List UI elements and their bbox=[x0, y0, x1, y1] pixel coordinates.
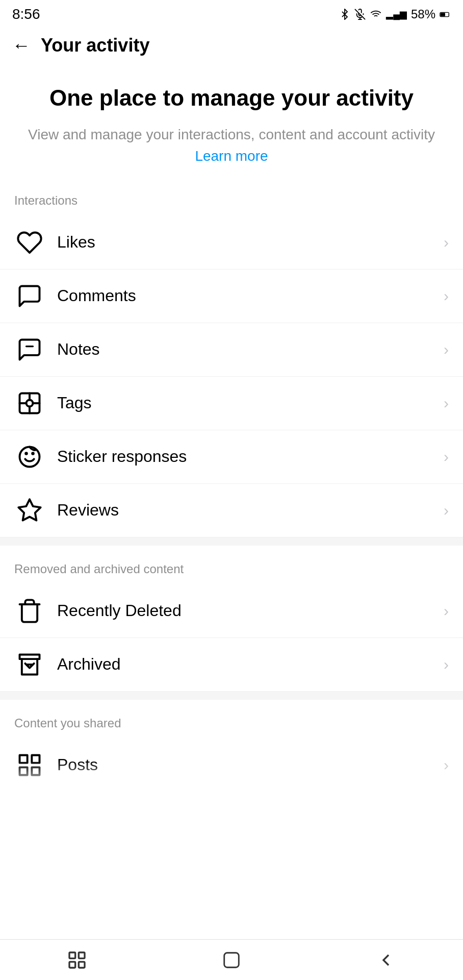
reviews-label: Reviews bbox=[57, 501, 444, 520]
page-title: Your activity bbox=[41, 35, 149, 56]
posts-label: Posts bbox=[57, 755, 444, 774]
archived-menu-item[interactable]: Archived › bbox=[0, 638, 463, 692]
section-divider-1 bbox=[0, 537, 463, 546]
hero-title: One place to manage your activity bbox=[20, 85, 443, 112]
recently-deleted-chevron: › bbox=[444, 602, 449, 620]
page-header: ← Your activity bbox=[0, 27, 463, 64]
recent-apps-button[interactable] bbox=[57, 945, 97, 975]
svg-rect-18 bbox=[32, 755, 39, 763]
tags-chevron: › bbox=[444, 395, 449, 412]
wifi-icon bbox=[370, 9, 382, 20]
notes-menu-item[interactable]: Notes › bbox=[0, 323, 463, 377]
section-divider-2 bbox=[0, 692, 463, 700]
reviews-menu-item[interactable]: Reviews › bbox=[0, 484, 463, 537]
sticker-responses-chevron: › bbox=[444, 448, 449, 465]
svg-rect-23 bbox=[69, 962, 75, 968]
note-icon bbox=[14, 334, 45, 365]
svg-rect-20 bbox=[32, 767, 39, 775]
archived-label: Archived bbox=[57, 655, 444, 674]
removed-archived-section-header: Removed and archived content bbox=[0, 546, 463, 584]
trash-icon bbox=[14, 596, 45, 626]
posts-icon bbox=[14, 750, 45, 780]
likes-label: Likes bbox=[57, 233, 444, 252]
likes-chevron: › bbox=[444, 234, 449, 251]
bottom-nav bbox=[0, 939, 463, 980]
posts-menu-item[interactable]: Posts › bbox=[0, 739, 463, 792]
posts-chevron: › bbox=[444, 756, 449, 774]
sticker-icon bbox=[14, 442, 45, 472]
battery-indicator: 58% bbox=[411, 7, 435, 21]
mute-icon bbox=[354, 9, 366, 20]
archive-icon bbox=[14, 649, 45, 680]
status-bar: 8:56 ▂▄▆ 58% bbox=[0, 0, 463, 27]
bluetooth-icon bbox=[339, 9, 350, 20]
svg-rect-5 bbox=[441, 13, 445, 16]
signal-icon: ▂▄▆ bbox=[386, 9, 407, 20]
comment-icon bbox=[14, 281, 45, 311]
notes-label: Notes bbox=[57, 340, 444, 359]
hero-subtitle: View and manage your interactions, conte… bbox=[20, 124, 443, 167]
comments-menu-item[interactable]: Comments › bbox=[0, 270, 463, 323]
tags-menu-item[interactable]: Tags › bbox=[0, 377, 463, 430]
battery-icon bbox=[440, 10, 451, 18]
reviews-chevron: › bbox=[444, 502, 449, 519]
learn-more-link[interactable]: Learn more bbox=[195, 148, 268, 164]
recently-deleted-menu-item[interactable]: Recently Deleted › bbox=[0, 584, 463, 638]
svg-rect-19 bbox=[20, 767, 28, 775]
svg-rect-21 bbox=[69, 952, 75, 959]
interactions-section-header: Interactions bbox=[0, 177, 463, 216]
review-icon bbox=[14, 495, 45, 526]
svg-rect-25 bbox=[224, 952, 239, 967]
hero-section: One place to manage your activity View a… bbox=[0, 64, 463, 177]
svg-point-13 bbox=[20, 447, 40, 467]
back-nav-button[interactable] bbox=[366, 945, 406, 975]
tag-icon bbox=[14, 388, 45, 419]
back-button[interactable]: ← bbox=[12, 35, 31, 56]
comments-chevron: › bbox=[444, 287, 449, 305]
sticker-responses-menu-item[interactable]: Sticker responses › bbox=[0, 430, 463, 484]
notes-chevron: › bbox=[444, 341, 449, 358]
tags-label: Tags bbox=[57, 394, 444, 412]
likes-menu-item[interactable]: Likes › bbox=[0, 216, 463, 270]
status-icons: ▂▄▆ 58% bbox=[339, 7, 451, 21]
status-time: 8:56 bbox=[12, 6, 40, 22]
svg-rect-17 bbox=[20, 755, 28, 763]
svg-point-8 bbox=[27, 400, 33, 406]
heart-icon bbox=[14, 227, 45, 258]
svg-rect-24 bbox=[79, 962, 85, 968]
svg-rect-22 bbox=[79, 952, 85, 959]
sticker-responses-label: Sticker responses bbox=[57, 447, 444, 466]
recently-deleted-label: Recently Deleted bbox=[57, 601, 444, 620]
archived-chevron: › bbox=[444, 656, 449, 673]
content-shared-section-header: Content you shared bbox=[0, 700, 463, 739]
comments-label: Comments bbox=[57, 286, 444, 305]
home-button[interactable] bbox=[211, 945, 252, 975]
svg-marker-16 bbox=[18, 499, 40, 520]
